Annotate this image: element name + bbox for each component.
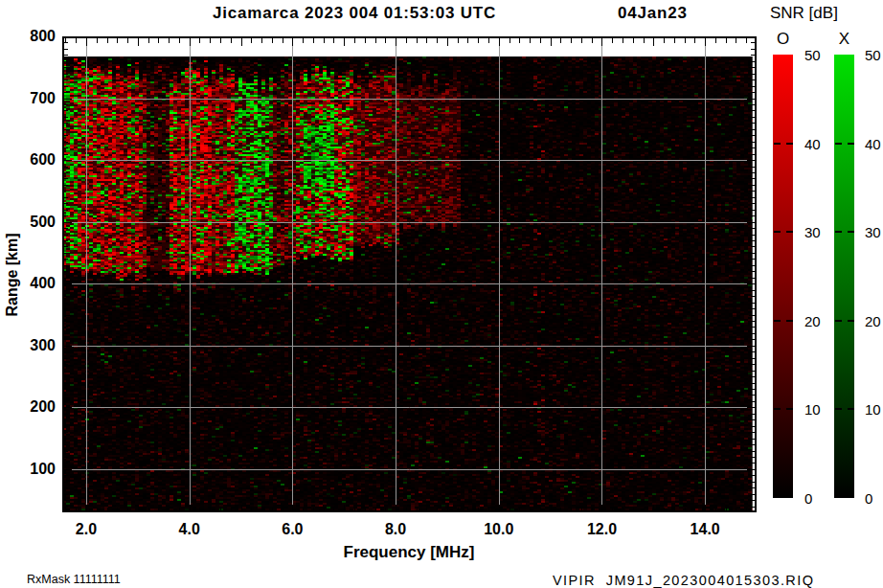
x-axis-tick-label: 14.0 bbox=[691, 521, 720, 538]
colorbar-x-tick-label: 40 bbox=[865, 136, 881, 152]
colorbar-tick-mark bbox=[774, 320, 781, 322]
y-axis-tick-label: 200 bbox=[6, 398, 56, 416]
colorbar-tick-mark bbox=[835, 320, 842, 322]
colorbar-x-gradient bbox=[834, 55, 854, 498]
colorbar-x-tick-label: 30 bbox=[865, 224, 881, 240]
colorbar-tick-mark bbox=[786, 408, 793, 410]
colorbar-tick-mark bbox=[786, 320, 793, 322]
rxmask-text: RxMask 11111111 bbox=[27, 573, 121, 586]
y-axis-tick-label: 100 bbox=[6, 461, 56, 478]
colorbar-x-tick-label: 20 bbox=[865, 313, 881, 329]
colorbar-o-tick-label: 30 bbox=[804, 224, 821, 240]
colorbar-tick-mark bbox=[774, 143, 781, 145]
colorbar-tick-mark bbox=[848, 143, 854, 145]
colorbar-x-tick-label: 50 bbox=[865, 47, 881, 63]
x-axis-label: Frequency [MHz] bbox=[344, 543, 475, 562]
colorbar-o-tick-label: 50 bbox=[804, 47, 821, 63]
colorbar-tick-mark bbox=[786, 231, 793, 233]
colorbar-o-tick-label: 40 bbox=[804, 136, 821, 152]
page-date: 04Jan23 bbox=[618, 4, 688, 23]
y-axis-tick-label: 500 bbox=[6, 214, 56, 231]
x-axis-tick-label: 12.0 bbox=[587, 521, 617, 538]
colorbar-x-mode-label: X bbox=[834, 30, 854, 49]
y-axis-tick-label: 800 bbox=[6, 28, 56, 45]
colorbar-tick-mark bbox=[848, 408, 854, 410]
x-axis-tick-label: 6.0 bbox=[282, 521, 303, 538]
colorbar-tick-mark bbox=[848, 320, 854, 322]
colorbar-x-tick-label: 10 bbox=[865, 401, 881, 418]
x-axis-tick-label: 10.0 bbox=[484, 521, 513, 538]
colorbar-title: SNR [dB] bbox=[770, 4, 838, 23]
colorbar-o-gradient bbox=[773, 55, 793, 498]
colorbar-tick-mark bbox=[774, 231, 781, 233]
colorbar-x-tick-label: 0 bbox=[865, 490, 872, 507]
colorbar-tick-mark bbox=[786, 143, 793, 145]
colorbar-tick-mark bbox=[835, 408, 842, 410]
colorbar-o-mode-label: O bbox=[773, 30, 793, 49]
x-axis-tick-label: 4.0 bbox=[179, 521, 200, 538]
y-axis-tick-label: 400 bbox=[6, 275, 56, 292]
colorbar-tick-mark bbox=[774, 408, 781, 410]
colorbar-o-tick-label: 20 bbox=[804, 313, 821, 329]
ionogram-page: Jicamarca 2023 004 01:53:03 UTC 04Jan23 … bbox=[0, 0, 883, 588]
y-axis-tick-label: 300 bbox=[6, 337, 56, 354]
file-id-text: VIPIR JM91J_2023004015303.RIQ bbox=[553, 573, 814, 588]
page-title: Jicamarca 2023 004 01:53:03 UTC bbox=[213, 4, 496, 23]
ionogram-canvas bbox=[62, 36, 757, 512]
colorbar-o-tick-label: 10 bbox=[804, 401, 821, 418]
colorbar-tick-mark bbox=[848, 231, 854, 233]
y-axis-tick-label: 600 bbox=[6, 151, 56, 169]
colorbar-tick-mark bbox=[835, 231, 842, 233]
y-axis-tick-label: 700 bbox=[6, 90, 56, 107]
colorbar-tick-mark bbox=[835, 143, 842, 145]
x-axis-tick-label: 8.0 bbox=[385, 521, 406, 538]
colorbar-o-tick-label: 0 bbox=[804, 490, 812, 507]
x-axis-tick-label: 2.0 bbox=[76, 521, 97, 538]
